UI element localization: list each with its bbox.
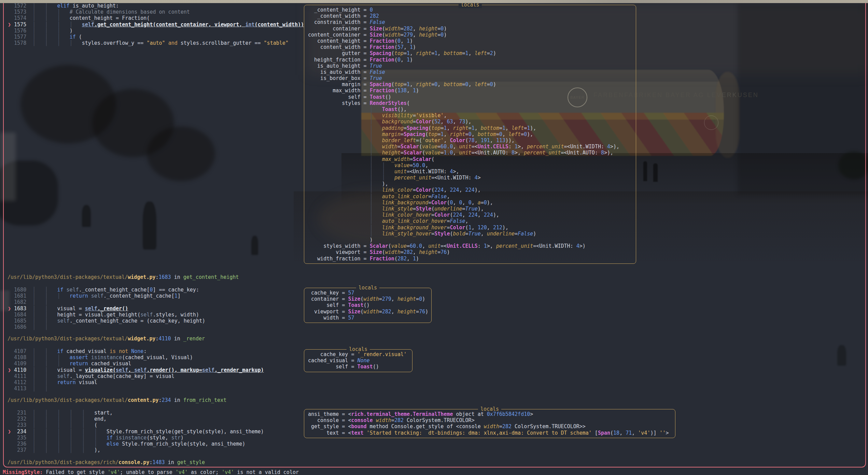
token: 73 [459,119,465,125]
token: Fraction [370,256,394,262]
code-link[interactable]: int [245,22,254,28]
line-number: 4109 [14,361,32,367]
token: Color [416,119,431,125]
token: │ │ │ [32,34,69,40]
token: , [453,119,459,125]
locals-line: │ Toast(), [308,106,632,112]
token: ._content_height_cache[ [79,287,150,293]
token: unit [459,144,472,150]
token: )] [650,430,659,436]
locals-line: container = Size(width=282, height=0) [308,26,632,32]
token: link_color [382,187,413,193]
token: , [444,137,450,144]
token: , [475,125,481,131]
token: 0 [490,81,493,87]
current-line-marker: ❯ [8,429,14,435]
locals-line: │ link_color_hover=Color(224, 224, 224), [308,212,632,218]
token: console.py [118,459,149,465]
locals-line: ) [308,237,632,243]
exception-type: MissingStyle: [3,469,43,475]
token: > [478,175,481,181]
token [308,218,370,224]
code-link[interactable]: (content_width)) [254,22,304,28]
token: Size [370,26,382,32]
token: 1 [174,293,178,299]
code-link[interactable]: self [116,367,128,373]
token: get_style = < [308,423,351,430]
code-link[interactable]: self [134,367,146,373]
locals-line: │ link_background_hover=Color(1, 120, 21… [308,225,632,231]
token: 8 [512,150,515,156]
token: 57 [348,290,354,296]
token: = [404,50,407,56]
token: 1 [407,50,410,56]
token: object at [453,411,487,417]
token: self [140,312,153,318]
token: bold [453,231,465,237]
code-line-233: 233 │ │ │ │ │ ( [8,422,97,428]
token: ( [431,156,434,162]
code-link[interactable]: self [202,367,214,373]
token: │ │ [32,287,57,293]
code-link[interactable]: visualize( [85,367,116,373]
traceback-content: 1572 │ │ elif is_auto_height: 1573 │ │ │… [0,0,868,475]
token: ) [410,38,413,44]
token: ), [382,181,388,187]
code-link[interactable]: self [85,306,97,312]
code-link[interactable]: .get_content_height(content_container, v… [94,22,246,28]
token: in [165,459,177,465]
code-link[interactable]: .render(), markup= [146,367,202,373]
token: 1.0 [444,150,453,156]
token: 76 [440,249,447,255]
token: 212 [493,225,502,231]
code-line-1684: 1684 │ │ height = visual.get_height(self… [8,312,199,318]
token: │ │ [32,312,57,318]
token: Style.from_rich_style(style, ansi_theme) [119,441,245,447]
token: Scalar [404,150,422,156]
token [308,175,370,181]
token: 282 [502,423,512,430]
token: , [490,137,496,144]
code-link[interactable]: , [128,367,134,373]
locals-line: text = <text 'Started tracking: dt-bindi… [308,430,671,436]
locals-line: styles = RenderStyles( [308,100,632,106]
token: ( [388,243,391,249]
token: 1 [527,125,530,131]
token: width [376,417,391,423]
token: >, [487,243,496,249]
code-link[interactable]: self [82,22,94,28]
token: ( [431,119,434,125]
token: │ │ [32,373,57,379]
token: '' [660,430,666,436]
marker-space [8,293,14,299]
token: ) [444,32,447,38]
token: ( [422,150,425,156]
code-link[interactable]: ._render_markup) [214,367,264,373]
line-number: 4107 [14,348,32,354]
token: , [462,200,468,206]
token: │ │ [32,3,57,9]
code-line-1578: 1578 │ │ │ │ styles.overflow_y == "auto"… [8,40,289,46]
token: , [502,131,508,137]
token: : [155,336,158,342]
code-line-4109: 4109 │ │ │ return cached_visual [8,361,131,367]
token: 282 [394,417,404,423]
token: = [462,81,465,87]
locals-panel: locals cache_key = '_render.visual'cache… [304,349,412,372]
marker-space [8,422,14,428]
token [308,137,370,144]
locals-line: │ visibility='visible', [308,112,632,119]
code-link[interactable]: ._render() [97,306,128,312]
token: =<Unit.WIDTH: [407,168,450,175]
marker-space [8,354,14,361]
token: , [437,50,444,56]
token: =< [472,144,478,150]
token [373,417,376,423]
token: ) [416,256,419,262]
token: = [437,131,440,137]
token: Toast [370,94,385,100]
token: cache_key = [308,290,348,296]
token: │ │ │ │ │ │ [32,429,107,435]
token: │ │ [370,175,394,181]
token: Unit.CELLS [478,144,508,150]
